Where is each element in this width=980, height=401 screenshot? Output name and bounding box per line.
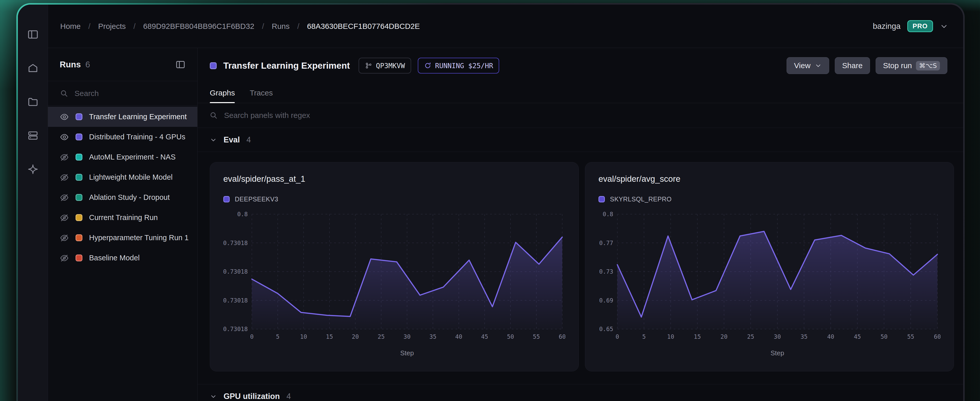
panel-search: [197, 103, 963, 128]
panel-search-input[interactable]: [224, 111, 951, 120]
svg-text:30: 30: [774, 333, 781, 340]
git-branch-icon: [365, 62, 372, 69]
run-color-swatch: [76, 194, 83, 201]
run-list-item[interactable]: Current Training Run: [48, 207, 197, 228]
breadcrumb-item[interactable]: Projects: [98, 22, 126, 31]
panel-left-icon[interactable]: [27, 29, 39, 40]
svg-text:10: 10: [667, 333, 674, 340]
runs-title: Runs: [60, 60, 81, 69]
tab-graphs[interactable]: Graphs: [210, 89, 235, 103]
run-title: Transfer Learning Experiment: [223, 60, 350, 71]
run-list-item[interactable]: AutoML Experiment - NAS: [48, 147, 197, 167]
eye-off-icon[interactable]: [60, 173, 69, 182]
eye-off-icon[interactable]: [60, 193, 69, 202]
top-bar: Home/Projects/689D92BFB804BB96C1F6BD32/R…: [48, 5, 963, 48]
svg-text:35: 35: [429, 333, 436, 340]
run-label: Distributed Training - 4 GPUs: [89, 133, 185, 141]
collapse-panel-icon[interactable]: [175, 59, 186, 70]
legend-label: DEEPSEEKV3: [235, 196, 278, 203]
svg-text:Step: Step: [400, 349, 414, 357]
run-list-item[interactable]: Baseline Model: [48, 248, 197, 268]
run-list-item[interactable]: Hyperparameter Tuning Run 1: [48, 228, 197, 248]
section-eval[interactable]: Eval 4: [197, 128, 963, 152]
eye-icon[interactable]: [60, 112, 69, 121]
run-color-swatch: [76, 113, 83, 120]
line-chart[interactable]: 0510152025303540455055600.80.770.730.690…: [598, 210, 940, 363]
main-content: Transfer Learning Experiment QP3MKVW RUN…: [197, 48, 963, 401]
search-icon: [209, 111, 218, 120]
stop-run-shortcut: ⌘⌥S: [916, 61, 940, 70]
view-button-label: View: [794, 61, 810, 70]
breadcrumb-item[interactable]: Runs: [272, 22, 290, 31]
breadcrumb-item[interactable]: 68A3630BECF1B07764DBCD2E: [307, 22, 420, 31]
svg-text:30: 30: [404, 333, 410, 340]
svg-text:5: 5: [276, 333, 280, 340]
svg-text:20: 20: [721, 333, 728, 340]
svg-text:0.69: 0.69: [599, 297, 613, 304]
breadcrumb-item[interactable]: Home: [60, 22, 81, 31]
svg-text:0.73: 0.73: [599, 268, 613, 275]
section-count: 4: [286, 392, 291, 401]
stop-run-button[interactable]: Stop run ⌘⌥S: [876, 57, 947, 74]
section-gpu-utilization[interactable]: GPU utilization 4: [197, 384, 963, 401]
run-list-item[interactable]: Lightweight Mobile Model: [48, 167, 197, 187]
share-button-label: Share: [842, 61, 862, 70]
server-icon[interactable]: [27, 130, 39, 142]
run-label: Current Training Run: [89, 213, 158, 222]
run-header: Transfer Learning Experiment QP3MKVW RUN…: [197, 48, 963, 83]
plan-badge: PRO: [907, 20, 933, 32]
run-list-item[interactable]: Transfer Learning Experiment: [48, 107, 197, 127]
line-chart[interactable]: 0510152025303540455055600.80.730180.7301…: [223, 210, 565, 363]
eye-off-icon[interactable]: [60, 213, 69, 222]
search-icon: [60, 89, 68, 98]
chart-legend: DEEPSEEKV3: [223, 196, 565, 203]
section-count: 4: [247, 135, 251, 145]
legend-label: SKYRLSQL_REPRO: [610, 196, 672, 203]
run-id-badge[interactable]: QP3MKVW: [359, 58, 411, 73]
run-label: Lightweight Mobile Model: [89, 173, 172, 181]
run-label: Hyperparameter Tuning Run 1: [89, 234, 189, 242]
svg-text:10: 10: [300, 333, 307, 340]
run-list-item[interactable]: Distributed Training - 4 GPUs: [48, 127, 197, 147]
view-button[interactable]: View: [787, 57, 829, 74]
chevron-down-icon[interactable]: [940, 22, 948, 31]
share-button[interactable]: Share: [835, 57, 870, 74]
chart-title: eval/spider/pass_at_1: [223, 174, 565, 184]
svg-text:0.73018: 0.73018: [223, 297, 248, 304]
svg-text:0.73018: 0.73018: [223, 326, 248, 333]
svg-text:25: 25: [747, 333, 754, 340]
svg-text:45: 45: [481, 333, 488, 340]
runs-search-input[interactable]: [75, 89, 186, 98]
svg-text:0.65: 0.65: [599, 326, 613, 333]
svg-text:5: 5: [642, 333, 646, 340]
run-label: Transfer Learning Experiment: [89, 113, 187, 121]
svg-text:50: 50: [880, 333, 888, 340]
tab-traces[interactable]: Traces: [250, 89, 273, 103]
svg-text:0.8: 0.8: [603, 211, 613, 218]
eye-icon[interactable]: [60, 132, 69, 142]
stop-run-label: Stop run: [883, 61, 912, 70]
run-color-swatch: [76, 154, 83, 161]
sparkle-icon[interactable]: [27, 163, 39, 175]
breadcrumb-separator: /: [88, 22, 90, 31]
account-menu[interactable]: bazinga PRO: [873, 20, 948, 32]
breadcrumb-item[interactable]: 689D92BFB804BB96C1F6BD32: [143, 22, 254, 31]
eye-off-icon[interactable]: [60, 233, 69, 242]
chart-cards: eval/spider/pass_at_1 DEEPSEEKV3 0510152…: [197, 152, 963, 384]
eye-off-icon[interactable]: [60, 253, 69, 263]
run-color-swatch: [210, 62, 217, 69]
icon-rail: [18, 5, 48, 401]
breadcrumb: Home/Projects/689D92BFB804BB96C1F6BD32/R…: [60, 22, 420, 31]
runs-count: 6: [86, 60, 90, 69]
status-text: RUNNING $25/HR: [435, 62, 493, 70]
run-id-text: QP3MKVW: [376, 62, 405, 70]
runs-panel-header: Runs 6: [48, 48, 197, 81]
home-icon[interactable]: [27, 62, 39, 74]
svg-text:55: 55: [533, 333, 540, 340]
svg-text:60: 60: [934, 333, 940, 340]
folder-icon[interactable]: [27, 96, 39, 108]
eye-off-icon[interactable]: [60, 153, 69, 162]
run-list-item[interactable]: Ablation Study - Dropout: [48, 187, 197, 207]
app-window: Home/Projects/689D92BFB804BB96C1F6BD32/R…: [18, 5, 963, 401]
run-label: Baseline Model: [89, 254, 140, 262]
